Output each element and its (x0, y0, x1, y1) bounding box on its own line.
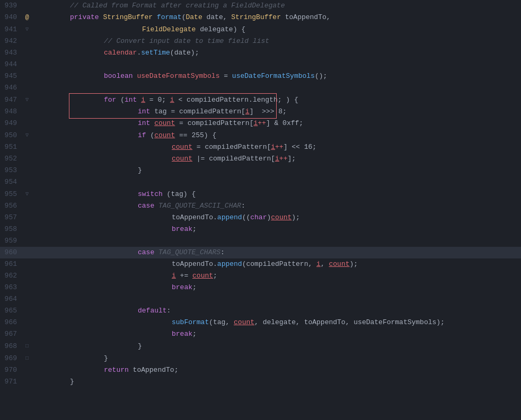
line-number: 950 (0, 129, 22, 141)
gutter (22, 258, 32, 270)
table-row: 947 ▽ for (int i = 0; i < compiledPatter… (0, 94, 521, 106)
table-row: 949 int count = compiledPattern[i++] & 0… (0, 118, 521, 129)
gutter (22, 305, 32, 317)
line-number: 963 (0, 282, 22, 293)
code-line (32, 176, 521, 188)
gutter-fold[interactable]: ▽ (22, 188, 32, 200)
code-line: if (count == 255) { (32, 129, 521, 141)
gutter-fold[interactable]: ▽ (22, 94, 32, 106)
line-number: 970 (0, 364, 22, 376)
gutter (22, 364, 32, 376)
gutter (22, 328, 32, 340)
line-number: 951 (0, 141, 22, 153)
gutter (22, 282, 32, 293)
table-row: 945 boolean useDateFormatSymbols = useDa… (0, 70, 521, 82)
code-line: toAppendTo.append(compiledPattern, i, co… (32, 258, 521, 270)
code-line: return toAppendTo; (32, 364, 521, 376)
code-line: case TAG_QUOTE_CHARS: (32, 247, 521, 258)
code-line (32, 235, 521, 247)
code-line: } (32, 165, 521, 176)
gutter-fold[interactable]: □ (22, 340, 32, 352)
gutter-at: @ (22, 12, 32, 23)
line-number: 949 (0, 118, 22, 129)
gutter (22, 270, 32, 282)
line-number: 943 (0, 47, 22, 59)
table-row: 939 // Called from Format after creating… (0, 0, 521, 12)
line-number: 939 (0, 0, 22, 12)
code-line: break; (32, 282, 521, 293)
table-row: 968 □ } (0, 340, 521, 352)
table-row: 966 subFormat(tag, count, delegate, toAp… (0, 317, 521, 328)
gutter (22, 317, 32, 328)
gutter (22, 376, 32, 388)
gutter-fold[interactable]: ▽ (22, 23, 32, 35)
code-line: } (32, 340, 521, 352)
table-row: 965 default: (0, 305, 521, 317)
gutter (22, 235, 32, 247)
code-line: toAppendTo.append((char)count); (32, 212, 521, 224)
table-row: 970 return toAppendTo; (0, 364, 521, 376)
code-line: // Called from Format after creating a F… (32, 0, 521, 12)
code-line: private StringBuffer format(Date date, S… (32, 12, 521, 23)
table-row: 961 toAppendTo.append(compiledPattern, i… (0, 258, 521, 270)
table-row: 962 i += count; (0, 270, 521, 282)
code-line: subFormat(tag, count, delegate, toAppend… (32, 317, 521, 328)
gutter (22, 35, 32, 47)
code-line: count = compiledPattern[i++] << 16; (32, 141, 521, 153)
gutter-fold[interactable]: ▽ (22, 129, 32, 141)
code-line: calendar.setTime(date); (32, 47, 521, 59)
code-line: int count = compiledPattern[i++] & 0xff; (32, 118, 521, 129)
code-line (32, 59, 521, 70)
gutter (22, 224, 32, 235)
code-line: // Convert input date to time field list (32, 35, 521, 47)
line-number: 952 (0, 153, 22, 165)
gutter (22, 141, 32, 153)
table-row: 944 (0, 59, 521, 70)
line-number: 956 (0, 200, 22, 212)
line-number: 941 (0, 23, 22, 35)
table-row: 952 count |= compiledPattern[i++]; (0, 153, 521, 165)
table-row: 967 break; (0, 328, 521, 340)
table-row: 958 break; (0, 224, 521, 235)
line-number: 971 (0, 376, 22, 388)
code-editor: 939 // Called from Format after creating… (0, 0, 521, 420)
table-row: 959 (0, 235, 521, 247)
code-line: int tag = compiledPattern[i] >>> 8; (32, 106, 521, 118)
line-number: 967 (0, 328, 22, 340)
line-number: 957 (0, 212, 22, 224)
table-row: 950 ▽ if (count == 255) { (0, 129, 521, 141)
table-row: 940 @ private StringBuffer format(Date d… (0, 12, 521, 23)
gutter (22, 293, 32, 305)
line-number: 945 (0, 70, 22, 82)
table-row: 957 toAppendTo.append((char)count); (0, 212, 521, 224)
code-line: break; (32, 224, 521, 235)
table-row: 948 int tag = compiledPattern[i] >>> 8; (0, 106, 521, 118)
gutter (22, 47, 32, 59)
line-number: 940 (0, 12, 22, 23)
table-row: 971 } (0, 376, 521, 388)
table-row: 956 case TAG_QUOTE_ASCII_CHAR: (0, 200, 521, 212)
line-number: 969 (0, 352, 22, 364)
gutter (22, 212, 32, 224)
line-number: 953 (0, 165, 22, 176)
gutter (22, 82, 32, 94)
gutter (22, 70, 32, 82)
table-row: 941 ▽ FieldDelegate delegate) { (0, 23, 521, 35)
gutter (22, 153, 32, 165)
code-line: count |= compiledPattern[i++]; (32, 153, 521, 165)
line-number: 962 (0, 270, 22, 282)
gutter-fold[interactable]: □ (22, 352, 32, 364)
code-line: for (int i = 0; i < compiledPattern.leng… (32, 94, 521, 106)
gutter (22, 247, 32, 258)
line-number: 959 (0, 235, 22, 247)
line-number: 966 (0, 317, 22, 328)
gutter (22, 106, 32, 118)
code-line: boolean useDateFormatSymbols = useDateFo… (32, 70, 521, 82)
code-line: default: (32, 305, 521, 317)
line-number: 965 (0, 305, 22, 317)
table-row: 953 } (0, 165, 521, 176)
code-line: switch (tag) { (32, 188, 521, 200)
line-number: 944 (0, 59, 22, 70)
table-row: 954 (0, 176, 521, 188)
line-number: 955 (0, 188, 22, 200)
